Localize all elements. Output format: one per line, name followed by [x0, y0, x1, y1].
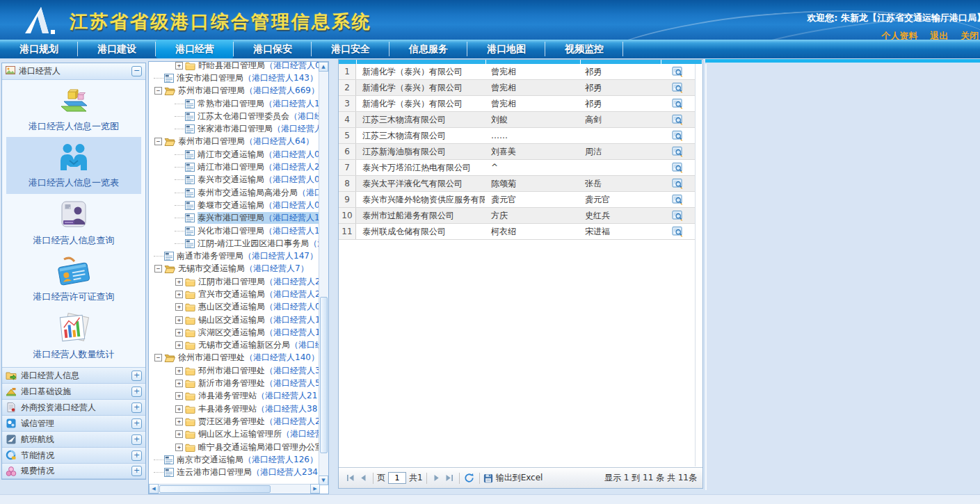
tree-node[interactable]: +睢宁县交通运输局港口管理办公室（	[150, 441, 319, 453]
refresh-icon[interactable]	[463, 472, 476, 485]
expand-node-icon[interactable]: +	[175, 329, 183, 336]
view-magnifier-icon[interactable]	[672, 146, 683, 157]
sidebar-item-港口经营人数量统计[interactable]: 港口经营人数量统计	[6, 308, 141, 365]
horizontal-scroll-thumb[interactable]	[159, 485, 271, 493]
export-excel-button[interactable]: 输出到Excel	[483, 472, 543, 484]
view-magnifier-icon[interactable]	[672, 162, 683, 173]
tree-node[interactable]: 姜堰市交通运输局（港口经营人0）	[150, 199, 319, 211]
tree-node[interactable]: +江阴市港口管理局（港口经营人2）	[150, 275, 319, 288]
expand-group-button[interactable]: +	[131, 466, 142, 476]
logout-link[interactable]: 退出	[930, 31, 948, 40]
tree-node[interactable]: 常熟市港口管理局（港口经营人127	[150, 97, 319, 110]
tab-港口建设[interactable]: 港口建设	[78, 40, 156, 58]
view-magnifier-icon[interactable]	[672, 226, 683, 237]
expand-node-icon[interactable]: +	[175, 341, 183, 349]
expand-node-icon[interactable]: +	[175, 62, 183, 70]
tree-node[interactable]: +滨湖区交通运输局（港口经营人1）	[150, 326, 319, 339]
tree-vertical-scrollbar[interactable]: ▲ ▼	[319, 62, 328, 485]
tree-node[interactable]: +邳州市港口管理处（港口经营人36）	[150, 364, 319, 377]
expand-node-icon[interactable]: +	[175, 405, 183, 413]
accordion-group-诚信管理[interactable]: 诚信管理+	[2, 415, 145, 431]
expand-group-button[interactable]: +	[131, 434, 142, 445]
expand-node-icon[interactable]: +	[175, 367, 183, 375]
tree-node[interactable]: 靖江市交通运输局（港口经营人0）	[150, 148, 319, 161]
tab-港口地图[interactable]: 港口地图	[467, 40, 545, 58]
tree-node[interactable]: +贾汪区港务管理处（港口经营人29）	[150, 415, 319, 428]
tree-node[interactable]: 张家港市港口管理局（港口经营人10	[150, 122, 319, 135]
expand-group-button[interactable]: +	[131, 403, 142, 413]
view-magnifier-icon[interactable]	[672, 66, 683, 77]
first-page-button[interactable]	[344, 472, 357, 485]
table-row[interactable]: 5江苏三木物流有限公司……	[339, 128, 696, 144]
tree-node[interactable]: 江阴-靖江工业园区港口事务局（港口	[150, 237, 319, 250]
expand-node-icon[interactable]: +	[175, 418, 183, 425]
expand-group-button[interactable]: +	[131, 371, 142, 381]
tree-node[interactable]: +惠山区交通运输局（港口经营人0）	[150, 301, 319, 314]
sidebar-item-港口经营许可证查询[interactable]: 港口经营许可证查询	[6, 251, 141, 308]
tree-node[interactable]: 泰州市交通运输局高港分局（港口经	[150, 186, 319, 199]
table-row[interactable]: 1新浦化学（泰兴）有限公司曾宪相祁勇	[339, 64, 696, 80]
tree-node[interactable]: 淮安市港口管理局（港口经营人143）	[150, 72, 319, 84]
accordion-group-港口基础设施[interactable]: 港口基础设施+	[2, 383, 145, 399]
accordion-group-航班航线[interactable]: 航班航线+	[2, 431, 145, 447]
tree-node[interactable]: −苏州市港口管理局（港口经营人669）	[150, 85, 319, 97]
table-row[interactable]: 4江苏三木物流有限公司刘餕高剑	[339, 112, 696, 128]
table-row[interactable]: 3新浦化学（泰兴）有限公司曾宪相祁勇	[339, 96, 696, 112]
tab-港口规划[interactable]: 港口规划	[0, 40, 78, 58]
tab-信息服务[interactable]: 信息服务	[389, 40, 467, 58]
collapse-panel-button[interactable]: −	[131, 66, 142, 76]
tab-港口保安[interactable]: 港口保安	[234, 40, 312, 58]
table-row[interactable]: 2新浦化学（泰兴）有限公司曾宪相祁勇	[339, 80, 696, 96]
collapse-node-icon[interactable]: −	[154, 265, 162, 273]
tab-视频监控[interactable]: 视频监控	[545, 40, 623, 58]
table-row[interactable]: 11泰州联成仓储有限公司柯衣绍宋进福	[339, 224, 696, 240]
table-row[interactable]: 10泰州市过船港务有限公司方庆史红兵	[339, 208, 696, 224]
expand-node-icon[interactable]: +	[175, 291, 183, 298]
profile-link[interactable]: 个人资料	[881, 31, 917, 40]
vertical-scroll-thumb[interactable]	[320, 297, 328, 453]
last-page-button[interactable]	[443, 472, 456, 485]
prev-page-button[interactable]	[357, 472, 369, 485]
expand-node-icon[interactable]: +	[175, 444, 183, 451]
tab-港口经营[interactable]: 港口经营	[156, 40, 234, 58]
tree-node[interactable]: +新沂市港务管理处（港口经营人5）	[150, 377, 319, 389]
page-number-input[interactable]	[388, 472, 406, 484]
tree-node[interactable]: 南京市交通运输局（港口经营人126）	[150, 453, 319, 466]
sidebar-item-港口经营人信息查询[interactable]: 港口经营人信息查询	[6, 194, 141, 251]
table-row[interactable]: 6江苏新海油脂有限公司刘喜美周洁	[339, 144, 696, 160]
view-magnifier-icon[interactable]	[672, 194, 683, 205]
sidebar-item-港口经营人信息一览表[interactable]: 港口经营人信息一览表	[6, 137, 141, 194]
tree-node[interactable]: 兴化市港口管理局（港口经营人1）	[150, 225, 319, 237]
scroll-down-button[interactable]: ▼	[319, 475, 328, 485]
view-magnifier-icon[interactable]	[672, 82, 683, 93]
tree-node[interactable]: +宜兴市交通运输局（港口经营人2）	[150, 288, 319, 300]
view-magnifier-icon[interactable]	[672, 98, 683, 109]
tree-node[interactable]: +盱眙县港口管理局（港口经营人0）	[150, 61, 319, 72]
collapse-node-icon[interactable]: −	[154, 87, 162, 95]
view-magnifier-icon[interactable]	[672, 130, 683, 141]
accordion-group-规费情况[interactable]: 规费情况+	[2, 463, 145, 479]
view-magnifier-icon[interactable]	[672, 210, 683, 221]
tree-node[interactable]: +铜山区水上运输管理所（港口经营人	[150, 428, 319, 441]
tree-node[interactable]: +无锡市交通运输新区分局（港口经营	[150, 339, 319, 352]
tree-node[interactable]: 泰兴市港口管理局（港口经营人11）	[150, 212, 319, 225]
expand-node-icon[interactable]: +	[175, 380, 183, 387]
table-row[interactable]: 7泰兴卡万塔沿江热电有限公司^	[339, 160, 696, 176]
scroll-right-button[interactable]: ▶	[310, 484, 320, 494]
collapse-node-icon[interactable]: −	[154, 354, 162, 361]
scroll-up-button[interactable]: ▲	[319, 62, 328, 72]
sidebar-item-港口经营人信息一览图[interactable]: 港口经营人信息一览图	[6, 80, 141, 137]
expand-group-button[interactable]: +	[131, 418, 142, 429]
tree-node[interactable]: +沛县港务管理站（港口经营人21）	[150, 390, 319, 403]
expand-node-icon[interactable]: +	[175, 392, 183, 400]
next-page-button[interactable]	[431, 472, 443, 485]
tree-node[interactable]: 江苏太仓港口管理委员会（港口经营	[150, 110, 319, 122]
tree-node[interactable]: −泰州市港口管理局（港口经营人64）	[150, 136, 319, 148]
table-row[interactable]: 8泰兴太平洋液化气有限公司陈颂菊张岳	[339, 176, 696, 192]
expand-node-icon[interactable]: +	[175, 316, 183, 324]
accordion-group-港口经营人信息[interactable]: 港口经营人信息+	[2, 367, 145, 383]
table-row[interactable]: 9泰兴市兴隆外轮物资供应服务有限公司龚元官龚元官	[339, 192, 696, 208]
close-link[interactable]: 关闭	[961, 31, 979, 40]
expand-node-icon[interactable]: +	[175, 278, 183, 286]
scroll-left-button[interactable]: ◀	[149, 484, 159, 494]
